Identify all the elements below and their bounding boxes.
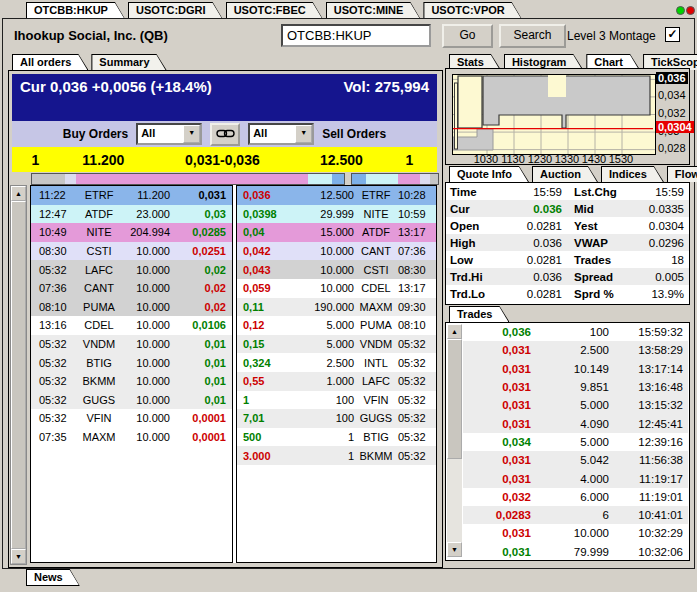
ask-row-gugs[interactable]: 7,01100GUGS05:32 [237, 409, 436, 428]
bid-row-bkmm[interactable]: 05:32BKMM10.0000,01 [31, 372, 232, 391]
ask-size: 2.500 [299, 357, 354, 369]
trade-row[interactable]: 0,03179.99910:32:06 [463, 543, 688, 560]
trade-size: 5.042 [531, 454, 609, 466]
montage-scrollbar[interactable]: ▲ ▼ [10, 185, 27, 565]
bid-mm: BTIG [77, 357, 121, 369]
tab-news[interactable]: News [26, 569, 80, 586]
ask-size: 1 [299, 431, 354, 443]
trade-price: 0,031 [463, 399, 531, 411]
tab-indices[interactable]: Indices [601, 166, 664, 182]
tab-usotc-vpor[interactable]: USOTC:VPOR [423, 2, 521, 19]
bid-row-vfin[interactable]: 05:32VFIN10.0000,0001 [31, 409, 232, 428]
trade-row[interactable]: 0,03610015:59:32 [463, 323, 688, 341]
bid-time: 05:32 [31, 375, 77, 387]
bid-row-csti[interactable]: 08:30CSTI10.0000,0251 [31, 242, 232, 261]
ask-mm: CDEL [354, 282, 398, 294]
tab-flow[interactable]: Flow [667, 166, 697, 182]
quote-value: 0.036 [500, 271, 562, 283]
level3-montage-checkbox[interactable]: ✓ [665, 27, 680, 42]
trade-row[interactable]: 0,0326.00011:19:01 [463, 488, 688, 506]
scroll-up-icon[interactable]: ▲ [447, 324, 462, 339]
trade-row[interactable]: 0,0314.00011:19:17 [463, 469, 688, 487]
ask-mm: CANT [354, 245, 398, 257]
trade-row[interactable]: 0,0345.00012:39:16 [463, 433, 688, 451]
trades-scrollbar-thumb[interactable] [447, 339, 462, 459]
trade-row[interactable]: 0,0312.50013:58:29 [463, 341, 688, 359]
ask-row-etrf[interactable]: 0,03612.500ETRF10:28 [237, 186, 436, 205]
bid-mm: BKMM [77, 375, 121, 387]
montage-scrollbar-thumb[interactable] [11, 201, 26, 549]
tab-trades[interactable]: Trades [449, 306, 509, 322]
tab-usotc-fbec[interactable]: USOTC:FBEC [226, 2, 323, 19]
trades-scrollbar[interactable]: ▲ ▼ [447, 324, 462, 557]
tab-all-orders[interactable]: All orders [12, 54, 88, 70]
price-chart-svg [453, 75, 655, 154]
tab-otcbb-hkup[interactable]: OTCBB:HKUP [26, 2, 125, 19]
company-title: Ihookup Social, Inc. (QB) [14, 28, 168, 43]
ask-size: 1.000 [299, 375, 354, 387]
trade-row[interactable]: 0,0315.00013:15:32 [463, 396, 688, 414]
trade-price: 0,031 [463, 418, 531, 430]
trade-time: 10:32:29 [609, 527, 688, 539]
trade-row[interactable]: 0,0319.85113:16:48 [463, 378, 688, 396]
tab-quote-info[interactable]: Quote Info [449, 166, 529, 182]
trade-price: 0,031 [463, 363, 531, 375]
sell-filter-dropdown[interactable]: All ▼ [248, 123, 314, 145]
chevron-down-icon[interactable]: ▼ [295, 125, 312, 143]
bid-row-lafc[interactable]: 05:32LAFC10.0000,02 [31, 260, 232, 279]
tab-usotc-dgri[interactable]: USOTC:DGRI [128, 2, 223, 19]
tab-summary[interactable]: Summary [91, 54, 166, 70]
trade-row[interactable]: 0,03110.00010:32:29 [463, 524, 688, 542]
bid-mm: VNDM [77, 338, 121, 350]
ask-size: 15.000 [299, 226, 354, 238]
trade-row[interactable]: 0,03110.14913:17:14 [463, 360, 688, 378]
bid-row-btig[interactable]: 05:32BTIG10.0000,01 [31, 353, 232, 372]
bid-row-puma[interactable]: 08:10PUMA10.0000,02 [31, 298, 232, 317]
bid-row-etrf[interactable]: 11:22ETRF11.2000,031 [31, 186, 232, 205]
ask-row-vndm[interactable]: 0,155.000VNDM05:32 [237, 335, 436, 354]
bid-row-maxm[interactable]: 07:35MAXM10.0000,0001 [31, 428, 232, 447]
quote-value: 0.0335 [636, 203, 689, 215]
ask-time: 08:10 [398, 319, 436, 331]
bid-row-nite[interactable]: 10:49NITE204.9940,0285 [31, 223, 232, 242]
ask-size: 100 [299, 412, 354, 424]
bid-row-vndm[interactable]: 05:32VNDM10.0000,01 [31, 335, 232, 354]
search-button[interactable]: Search [499, 24, 566, 48]
tab-usotc-mine[interactable]: USOTC:MINE [326, 2, 421, 19]
bid-row-gugs[interactable]: 05:32GUGS10.0000,01 [31, 391, 232, 410]
scroll-up-icon[interactable]: ▲ [11, 186, 26, 201]
trade-row[interactable]: 0,0314.09012:45:41 [463, 414, 688, 432]
ask-row-btig[interactable]: 5001BTIG05:32 [237, 428, 436, 447]
ask-size: 10.000 [299, 264, 354, 276]
depth-segment [32, 174, 65, 184]
ask-row-vfin[interactable]: 1100VFIN05:32 [237, 391, 436, 410]
checkmark-icon: ✓ [667, 27, 677, 41]
ask-row-lafc[interactable]: 0,551.000LAFC05:32 [237, 372, 436, 391]
bid-row-cant[interactable]: 07:36CANT10.0000,02 [31, 279, 232, 298]
scroll-down-icon[interactable]: ▼ [11, 549, 26, 564]
ask-row-csti[interactable]: 0,04310.000CSTI08:30 [237, 260, 436, 279]
ask-row-maxm[interactable]: 0,11190.000MAXM09:30 [237, 298, 436, 317]
ask-row-atdf[interactable]: 0,0415.000ATDF13:17 [237, 223, 436, 242]
ask-row-intl[interactable]: 0,3242.500INTL05:32 [237, 353, 436, 372]
ask-row-nite[interactable]: 0,039829.999NITE10:59 [237, 205, 436, 224]
scroll-down-icon[interactable]: ▼ [447, 542, 462, 557]
bid-time: 07:36 [31, 282, 77, 294]
tab-auction[interactable]: Auction [532, 166, 598, 182]
bid-row-cdel[interactable]: 13:16CDEL10.0000,0106 [31, 316, 232, 335]
link-sides-button[interactable] [210, 123, 240, 146]
trade-row[interactable]: 0,0283610:41:01 [463, 506, 688, 524]
ask-row-puma[interactable]: 0,125.000PUMA08:10 [237, 316, 436, 335]
trade-row[interactable]: 0,0315.04211:56:38 [463, 451, 688, 469]
chevron-down-icon[interactable]: ▼ [183, 125, 200, 143]
go-button[interactable]: Go [442, 24, 493, 48]
ask-mm-count: 1 [386, 152, 433, 168]
bid-size: 10.000 [121, 301, 170, 313]
ask-row-cdel[interactable]: 0,05910.000CDEL13:17 [237, 279, 436, 298]
bid-row-atdf[interactable]: 12:47ATDF23.0000,03 [31, 205, 232, 224]
ask-row-cant[interactable]: 0,04210.000CANT07:36 [237, 242, 436, 261]
ask-row-bkmm[interactable]: 3.0001BKMM05:32 [237, 446, 436, 465]
depth-segment [332, 174, 344, 184]
symbol-input[interactable] [281, 24, 431, 47]
buy-filter-dropdown[interactable]: All ▼ [136, 123, 202, 145]
